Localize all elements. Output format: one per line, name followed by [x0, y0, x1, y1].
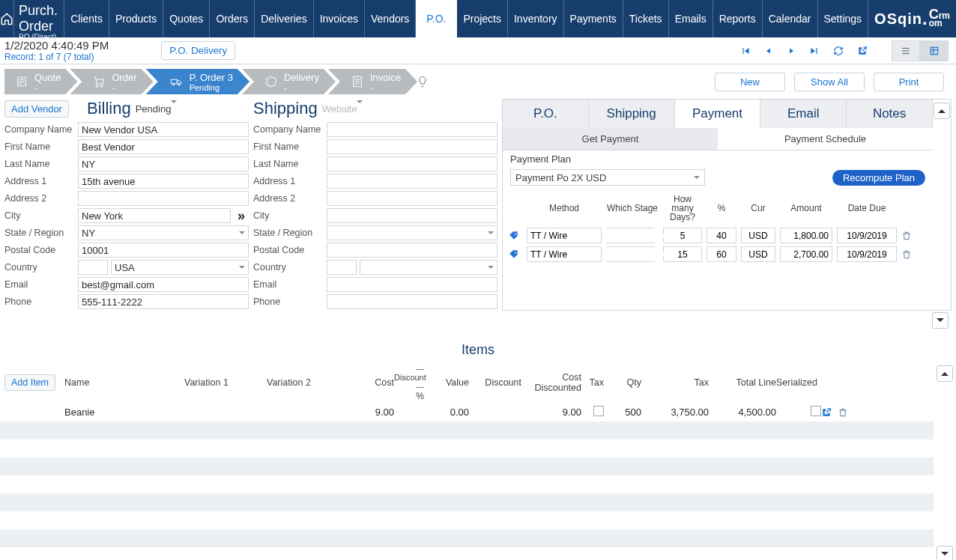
payment-cur-input[interactable] [741, 228, 775, 243]
shipping-phone-input[interactable] [327, 294, 497, 309]
payment-plan-select[interactable]: Payment Po 2X USD [510, 169, 705, 186]
payment-stage-input[interactable] [606, 228, 666, 243]
payment-days-input[interactable] [663, 246, 702, 262]
payment-expand-toggle[interactable] [932, 312, 949, 329]
payment-method-input[interactable] [527, 246, 602, 262]
trash-icon[interactable] [838, 407, 854, 418]
shipping-website-select[interactable]: Website [322, 103, 412, 115]
nav-item-projects[interactable]: Projects [457, 0, 508, 37]
tag-icon[interactable] [509, 231, 522, 241]
shipping-email-input[interactable] [327, 277, 497, 292]
nav-item-orders[interactable]: Orders [210, 0, 255, 37]
shipping-last-input[interactable] [327, 156, 497, 171]
payment-amount-input[interactable] [780, 246, 832, 262]
add-vendor-button[interactable]: Add Vendor [4, 100, 69, 118]
top-nav: Purch. Order PO (Direct) ClientsProducts… [0, 0, 956, 37]
billing-city-input[interactable] [78, 208, 231, 223]
items-expand-toggle[interactable] [937, 546, 953, 560]
billing-email-input[interactable] [78, 277, 249, 292]
billing-last-input[interactable] [78, 156, 249, 171]
nav-item-po[interactable]: P.O. [416, 0, 457, 37]
payment-pct-input[interactable] [707, 228, 736, 243]
po-delivery-button[interactable]: P.O. Delivery [161, 41, 235, 60]
subtab-payment-schedule[interactable]: Payment Schedule [718, 128, 933, 150]
nav-next-icon[interactable] [787, 46, 796, 55]
payment-method-input[interactable] [527, 228, 602, 243]
shipping-addr1-input[interactable] [327, 174, 497, 189]
trash-icon[interactable] [901, 231, 918, 241]
nav-item-tickets[interactable]: Tickets [623, 0, 669, 37]
print-button[interactable]: Print [874, 73, 944, 91]
shipping-postal-input[interactable] [327, 243, 497, 258]
show-all-button[interactable]: Show All [794, 73, 865, 91]
billing-company-input[interactable] [78, 122, 249, 137]
trash-icon[interactable] [901, 249, 918, 260]
nav-last-icon[interactable] [809, 46, 820, 56]
open-item-icon[interactable] [821, 407, 838, 418]
tab-shipping[interactable]: Shipping [589, 100, 675, 128]
view-list-icon[interactable] [892, 40, 920, 61]
refresh-icon[interactable] [833, 46, 844, 56]
nav-prev-icon[interactable] [764, 46, 773, 55]
billing-country-code-input[interactable] [78, 260, 108, 275]
billing-first-input[interactable] [78, 139, 249, 154]
stage-p--order-3[interactable]: P. Order 3Pending [146, 69, 249, 94]
nav-item-payments[interactable]: Payments [564, 0, 623, 37]
nav-item-emails[interactable]: Emails [669, 0, 713, 37]
tab-notes[interactable]: Notes [847, 100, 933, 128]
nav-item-calendar[interactable]: Calendar [763, 0, 818, 37]
add-item-button[interactable]: Add Item [4, 374, 55, 391]
new-button[interactable]: New [715, 73, 785, 91]
home-icon[interactable] [0, 0, 14, 37]
billing-country-select[interactable]: USA [111, 260, 249, 275]
nav-item-vendors[interactable]: Vendors [365, 0, 416, 37]
nav-item-reports[interactable]: Reports [713, 0, 763, 37]
payment-days-input[interactable] [663, 228, 702, 243]
billing-state-select[interactable]: NY [78, 225, 249, 240]
nav-item-settings[interactable]: Settings [818, 0, 869, 37]
shipping-country-select[interactable] [360, 260, 497, 275]
shipping-country-code-input[interactable] [327, 260, 357, 275]
items-collapse-toggle[interactable] [937, 365, 953, 382]
shipping-city-input[interactable] [327, 208, 497, 223]
payment-stage-input[interactable] [606, 246, 666, 262]
shipping-state-select[interactable] [327, 225, 497, 240]
billing-postal-input[interactable] [78, 243, 249, 258]
view-grid-icon[interactable] [920, 40, 949, 61]
stage-invoice[interactable]: Invoice- [328, 69, 417, 94]
nav-item-invoices[interactable]: Invoices [314, 0, 365, 37]
tab-payment[interactable]: Payment [675, 100, 761, 128]
stage-delivery[interactable]: Delivery- [242, 69, 336, 94]
nav-item-clients[interactable]: Clients [64, 0, 109, 37]
payment-due-input[interactable] [837, 228, 897, 243]
nav-item-deliveries[interactable]: Deliveries [255, 0, 313, 37]
payment-amount-input[interactable] [780, 228, 832, 243]
nav-first-icon[interactable] [740, 46, 751, 56]
payment-due-input[interactable] [837, 246, 897, 262]
tab-email[interactable]: Email [760, 100, 847, 128]
subtab-get-payment[interactable]: Get Payment [503, 128, 718, 150]
billing-addr2-input[interactable] [78, 191, 249, 206]
payment-pct-input[interactable] [707, 246, 736, 262]
copy-to-shipping-icon[interactable]: » [234, 208, 249, 224]
recompute-plan-button[interactable]: Recompute Plan [832, 170, 925, 186]
billing-phone-input[interactable] [78, 294, 249, 309]
tab-po[interactable]: P.O. [503, 100, 589, 128]
open-external-icon[interactable] [857, 46, 868, 56]
billing-status-select[interactable]: Pending [136, 103, 226, 115]
payment-cur-input[interactable] [741, 246, 775, 262]
stage-quote[interactable]: Quote- [4, 69, 77, 94]
nav-item-inventory[interactable]: Inventory [508, 0, 564, 37]
shipping-addr2-input[interactable] [327, 191, 497, 206]
stage-order[interactable]: Order- [70, 69, 153, 94]
billing-addr1-input[interactable] [78, 174, 249, 189]
item-tax-checkbox[interactable] [593, 406, 604, 416]
bulb-icon[interactable] [416, 75, 429, 88]
nav-item-quotes[interactable]: Quotes [163, 0, 210, 37]
shipping-first-input[interactable] [327, 139, 497, 154]
tag-icon[interactable] [509, 249, 522, 260]
nav-item-products[interactable]: Products [109, 0, 163, 37]
shipping-company-input[interactable] [327, 122, 497, 137]
payment-collapse-toggle[interactable] [934, 103, 950, 119]
item-serialized-checkbox[interactable] [811, 406, 821, 416]
